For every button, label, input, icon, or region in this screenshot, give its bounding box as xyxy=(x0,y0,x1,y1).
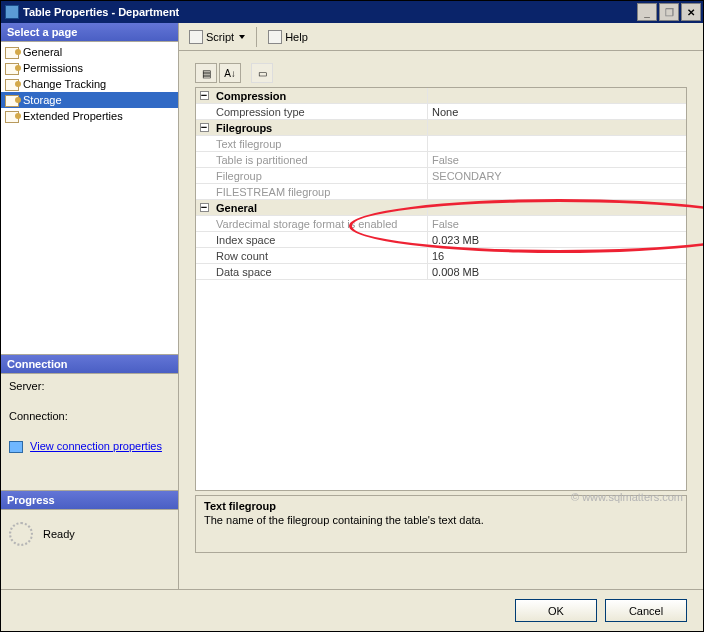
script-label: Script xyxy=(206,31,234,43)
category-filegroups[interactable]: − Filegroups xyxy=(196,120,686,136)
nav-label: Permissions xyxy=(23,62,83,74)
minimize-button[interactable]: _ xyxy=(637,3,657,21)
alphabetical-view-button[interactable]: A↓ xyxy=(219,63,241,83)
nav-label: Storage xyxy=(23,94,62,106)
nav-item-extended-properties[interactable]: Extended Properties xyxy=(1,108,178,124)
chevron-down-icon xyxy=(239,35,245,39)
page-icon xyxy=(5,45,21,59)
progress-header: Progress xyxy=(1,491,178,510)
category-compression[interactable]: − Compression xyxy=(196,88,686,104)
left-pane: Select a page General Permissions Change… xyxy=(1,23,179,589)
connection-props-icon xyxy=(9,441,23,453)
description-panel: Text filegroup The name of the filegroup… xyxy=(195,495,687,553)
view-connection-properties-link[interactable]: View connection properties xyxy=(30,440,162,452)
app-icon xyxy=(5,5,19,19)
title-bar: Table Properties - Department _ ❐ ✕ xyxy=(1,1,703,23)
page-icon xyxy=(5,93,21,107)
toolbar-separator xyxy=(256,27,257,47)
restore-button[interactable]: ❐ xyxy=(659,3,679,21)
toolbar: Script Help xyxy=(179,23,703,51)
prop-filegroup[interactable]: Filegroup SECONDARY xyxy=(196,168,686,184)
help-icon xyxy=(268,30,282,44)
prop-filestream-filegroup[interactable]: FILESTREAM filegroup xyxy=(196,184,686,200)
page-icon xyxy=(5,61,21,75)
expand-toggle-icon[interactable]: − xyxy=(196,88,212,103)
connection-label: Connection: xyxy=(9,410,170,422)
nav-label: Extended Properties xyxy=(23,110,123,122)
page-nav-list: General Permissions Change Tracking Stor… xyxy=(1,42,178,354)
page-icon xyxy=(5,77,21,91)
categorized-view-button[interactable]: ▤ xyxy=(195,63,217,83)
nav-item-change-tracking[interactable]: Change Tracking xyxy=(1,76,178,92)
prop-text-filegroup[interactable]: Text filegroup xyxy=(196,136,686,152)
right-pane: Script Help ▤ A↓ ▭ − Compression xyxy=(179,23,703,589)
ok-button[interactable]: OK xyxy=(515,599,597,622)
prop-table-is-partitioned[interactable]: Table is partitioned False xyxy=(196,152,686,168)
prop-index-space[interactable]: Index space 0.023 MB xyxy=(196,232,686,248)
help-label: Help xyxy=(285,31,308,43)
help-button[interactable]: Help xyxy=(264,28,312,46)
page-icon xyxy=(5,109,21,123)
prop-row-count[interactable]: Row count 16 xyxy=(196,248,686,264)
category-general[interactable]: − General xyxy=(196,200,686,216)
server-label: Server: xyxy=(9,380,170,392)
prop-data-space[interactable]: Data space 0.008 MB xyxy=(196,264,686,280)
expand-toggle-icon[interactable]: − xyxy=(196,120,212,135)
select-page-header: Select a page xyxy=(1,23,178,42)
dialog-button-bar: OK Cancel xyxy=(1,589,703,631)
progress-spinner-icon xyxy=(9,522,33,546)
cancel-button[interactable]: Cancel xyxy=(605,599,687,622)
nav-item-permissions[interactable]: Permissions xyxy=(1,60,178,76)
nav-item-general[interactable]: General xyxy=(1,44,178,60)
watermark: © www.sqlmatters.com xyxy=(571,491,683,503)
property-grid-toolbar: ▤ A↓ ▭ xyxy=(195,63,687,83)
progress-status: Ready xyxy=(43,528,75,540)
nav-label: Change Tracking xyxy=(23,78,106,90)
property-grid: − Compression Compression type None − Fi… xyxy=(195,87,687,491)
connection-header: Connection xyxy=(1,355,178,374)
prop-vardecimal-enabled[interactable]: Vardecimal storage format is enabled Fal… xyxy=(196,216,686,232)
nav-label: General xyxy=(23,46,62,58)
window-title: Table Properties - Department xyxy=(23,6,635,18)
script-icon xyxy=(189,30,203,44)
description-text: The name of the filegroup containing the… xyxy=(204,514,678,526)
property-pages-button[interactable]: ▭ xyxy=(251,63,273,83)
close-button[interactable]: ✕ xyxy=(681,3,701,21)
script-button[interactable]: Script xyxy=(185,28,249,46)
expand-toggle-icon[interactable]: − xyxy=(196,200,212,215)
nav-item-storage[interactable]: Storage xyxy=(1,92,178,108)
prop-compression-type[interactable]: Compression type None xyxy=(196,104,686,120)
